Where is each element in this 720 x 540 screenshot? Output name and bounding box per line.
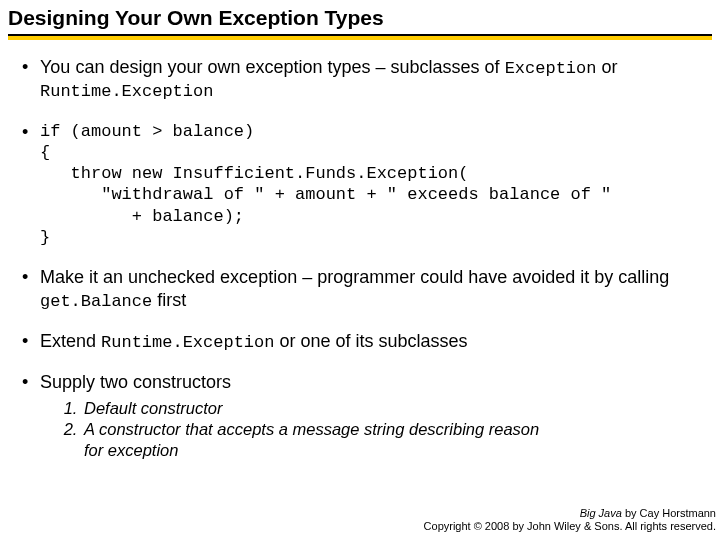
bullet-extend: Extend Runtime.Exception or one of its s…	[18, 330, 702, 353]
code-runtime-exception: Runtime.Exception	[40, 82, 213, 101]
bullet-text: Make it an unchecked exception – program…	[40, 267, 669, 287]
bullet-unchecked: Make it an unchecked exception – program…	[18, 266, 702, 312]
bullet-design: You can design your own exception types …	[18, 56, 702, 103]
bullet-text-post: first	[152, 290, 186, 310]
bullet-text: You can design your own exception types …	[40, 57, 505, 77]
slide-footer: Big Java by Cay Horstmann Copyright © 20…	[424, 507, 716, 535]
bullet-constructors: Supply two constructors Default construc…	[18, 371, 702, 460]
copyright: Copyright © 2008 by John Wiley & Sons. A…	[424, 520, 716, 534]
code-block: if (amount > balance) { throw new Insuff…	[40, 121, 702, 249]
bullet-code-example: if (amount > balance) { throw new Insuff…	[18, 121, 702, 249]
list-item: Default constructor	[82, 398, 702, 419]
title-underline	[8, 34, 712, 40]
numbered-list: Default constructor A constructor that a…	[82, 398, 702, 461]
bullet-text: Supply two constructors	[40, 372, 231, 392]
slide-body: You can design your own exception types …	[0, 40, 720, 460]
bullet-or: or	[596, 57, 617, 77]
book-author: by Cay Horstmann	[622, 507, 716, 519]
list-item: A constructor that accepts a message str…	[82, 419, 702, 460]
bullet-text-post: or one of its subclasses	[274, 331, 467, 351]
slide-title: Designing Your Own Exception Types	[0, 0, 720, 34]
code-exception: Exception	[505, 59, 597, 78]
book-title: Big Java	[580, 507, 622, 519]
code-getbalance: get.Balance	[40, 292, 152, 311]
code-runtime-exception: Runtime.Exception	[101, 333, 274, 352]
bullet-text: Extend	[40, 331, 101, 351]
